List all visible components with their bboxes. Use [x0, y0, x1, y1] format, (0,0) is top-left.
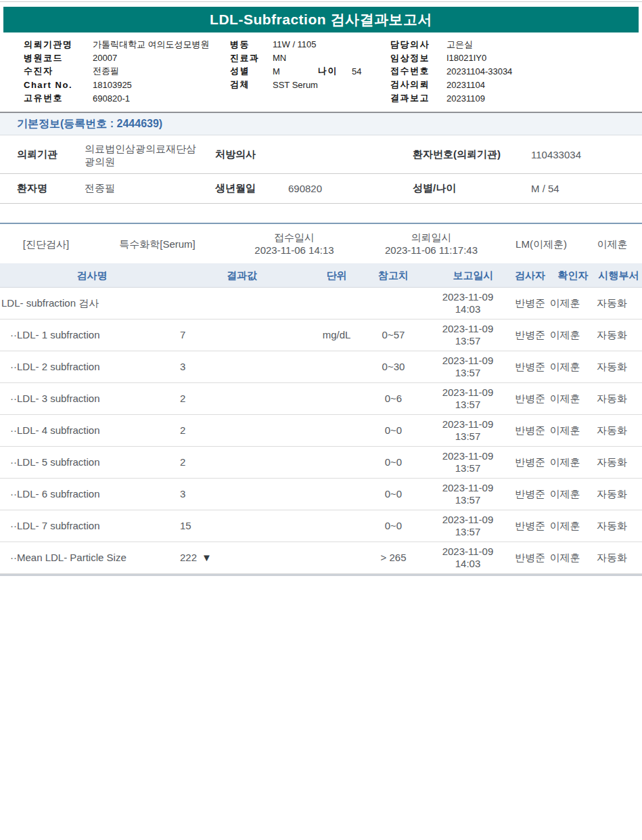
report-time: 13:57 — [455, 430, 481, 443]
patient-header-col3: 담당의사고은실 임상정보I18021IY0 접수번호20231104-33034… — [390, 38, 512, 105]
reference-range: 0~0 — [362, 510, 425, 541]
field-label: Chart No. — [24, 80, 93, 90]
field-label: 성별/나이 — [413, 174, 456, 203]
field-specimen: 검체SST Serum — [230, 78, 318, 91]
request-value: 2023-11-06 11:17:43 — [385, 244, 478, 257]
field-chart-no: Chart No.18103925 — [24, 78, 210, 91]
confirmer: 이제훈 — [546, 510, 584, 541]
result-row: ··LDL- 7 subfraction 15 0~0 2023-11-0913… — [0, 510, 642, 542]
result-number: 2 — [180, 424, 185, 437]
result-value — [173, 288, 311, 319]
field-clinical-info: 임상정보I18021IY0 — [390, 51, 512, 65]
result-value: 15 — [173, 510, 311, 541]
tester: 반병준 — [511, 288, 549, 319]
tester: 반병준 — [511, 415, 549, 446]
result-value: 3 — [173, 351, 311, 382]
reference-range: 0~30 — [362, 351, 425, 382]
field-hospital-code: 병원코드20007 — [24, 51, 210, 65]
field-label: 고유번호 — [24, 92, 93, 104]
col-header-unit: 단위 — [311, 263, 362, 287]
report-time: 13:57 — [455, 494, 481, 506]
report-time: 14:03 — [455, 558, 481, 570]
reference-range: 0~0 — [362, 447, 425, 478]
report-datetime: 2023-11-0913:57 — [425, 510, 511, 541]
field-value: 20231104-33034 — [446, 66, 512, 76]
field-label: 처방의사 — [215, 136, 256, 173]
test-name: ··LDL- 1 subfraction — [0, 319, 184, 351]
confirmer: 이제훈 — [546, 288, 584, 319]
confirmer: 이제훈 — [546, 447, 584, 478]
field-value: 110433034 — [531, 136, 581, 173]
reference-range: 0~6 — [362, 383, 425, 414]
tester: 반병준 — [511, 319, 549, 351]
field-label-age: 나이 — [318, 65, 338, 77]
unit: mg/dL — [311, 319, 362, 351]
report-datetime: 2023-11-0913:57 — [425, 383, 511, 414]
confirmer: 이제훈 — [546, 415, 584, 446]
field-label: 환자명 — [17, 174, 47, 203]
unit — [311, 288, 362, 319]
field-value: 18103925 — [93, 80, 132, 90]
reference-range: 0~0 — [362, 415, 425, 446]
request-label: 의뢰일시 — [411, 231, 452, 244]
report-date: 2023-11-09 — [442, 450, 494, 462]
field-value: 20231104 — [446, 80, 485, 90]
field-value: 690820-1 — [93, 93, 130, 104]
result-row: ··LDL- 6 subfraction 3 0~0 2023-11-0913:… — [0, 479, 642, 510]
diagnostic-section: [진단검사] 특수화학[Serum] 접수일시 2023-11-06 14:13… — [0, 224, 642, 263]
page-title: LDL-Subfraction 검사결과보고서 — [210, 10, 432, 29]
test-name: ··LDL- 6 subfraction — [0, 479, 184, 510]
report-page: LDL-Subfraction 검사결과보고서 의뢰기관명가톨릭대학교 여의도성… — [0, 0, 642, 840]
field-value: SST Serum — [273, 80, 318, 90]
tester: 반병준 — [511, 383, 549, 414]
test-name: ··LDL- 7 subfraction — [0, 510, 184, 541]
test-name: ··LDL- 5 subfraction — [0, 447, 184, 478]
result-number: 2 — [180, 393, 185, 405]
unit — [311, 383, 362, 414]
field-ward: 병동11W / 1105 — [230, 38, 318, 51]
top-divider — [0, 1, 642, 2]
test-name: ··LDL- 2 subfraction — [0, 351, 184, 382]
exec-dept: 자동화 — [584, 447, 639, 478]
field-value: 의료법인삼광의료재단삼광의원 — [85, 136, 201, 173]
field-value: 20231109 — [446, 93, 485, 104]
result-value: 3 — [173, 479, 311, 510]
report-date: 2023-11-09 — [442, 355, 494, 367]
field-label: 담당의사 — [390, 39, 446, 51]
field-result-report: 결과보고20231109 — [390, 91, 512, 105]
field-value: MN — [273, 53, 286, 63]
result-row-group: LDL- subfraction 검사 2023-11-0914:03 반병준 … — [0, 288, 642, 319]
field-unique-no: 고유번호690820-1 — [24, 91, 210, 105]
field-department: 진료과MN — [230, 51, 318, 65]
field-receipt-no: 접수번호20231104-33034 — [390, 65, 512, 79]
test-name: ··LDL- 4 subfraction — [0, 415, 184, 446]
basic-info-row-2: 환자명 전종필 생년월일 690820 성별/나이 M / 54 — [0, 174, 642, 204]
field-value: 전종필 — [85, 174, 115, 203]
unit — [311, 479, 362, 510]
tester: 반병준 — [511, 542, 549, 573]
field-label: 성별 — [230, 65, 273, 77]
result-value: 2 — [173, 447, 311, 478]
confirmer: 이제훈 — [546, 319, 584, 351]
reference-range: 0~0 — [362, 479, 425, 510]
report-time: 13:57 — [455, 526, 481, 538]
flag-icon: ▼ — [202, 552, 212, 564]
report-time: 13:57 — [455, 335, 481, 347]
field-label: 수진자 — [24, 65, 93, 77]
field-label: 의뢰기관명 — [24, 39, 93, 51]
exec-dept: 자동화 — [584, 319, 639, 351]
field-label: 병동 — [230, 39, 273, 51]
field-value: 고은실 — [446, 39, 473, 51]
result-row: ··LDL- 3 subfraction 2 0~6 2023-11-0913:… — [0, 383, 642, 415]
diag-dept: [진단검사] — [12, 224, 80, 263]
test-name: ··Mean LDL- Particle Size — [0, 542, 184, 573]
reference-range — [362, 288, 425, 319]
field-test-request: 검사의뢰20231104 — [390, 78, 512, 91]
unit — [311, 351, 362, 382]
result-number: 15 — [180, 520, 191, 532]
result-value: 2 — [173, 415, 311, 446]
unit — [311, 415, 362, 446]
field-label: 결과보고 — [390, 92, 446, 104]
field-value: 20007 — [93, 53, 117, 63]
exec-dept: 자동화 — [584, 288, 639, 319]
